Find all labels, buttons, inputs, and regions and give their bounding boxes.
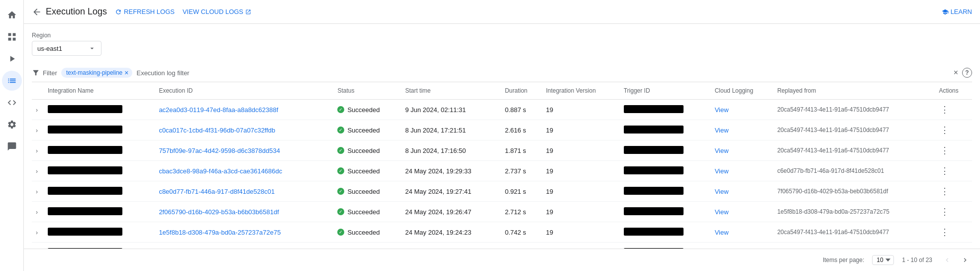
cloud-logging-view-link[interactable]: View bbox=[715, 147, 729, 154]
filter-chip[interactable]: text-masking-pipeline × bbox=[61, 68, 133, 78]
table-row: ›c0ca017c-1cbd-4f31-96db-07a07c32ffdb ✓ … bbox=[32, 120, 972, 140]
region-label: Region bbox=[32, 32, 972, 39]
table-row: ›ac2ea0d3-0119-47ed-8faa-a8a8dc62388f ✓ … bbox=[32, 100, 972, 120]
duration: 1.871 s bbox=[501, 140, 542, 161]
table-row: ›757bf09e-97ac-4d42-9598-d6c3878dd534 ✓ … bbox=[32, 140, 972, 161]
topbar-right: LEARN bbox=[942, 8, 972, 15]
integration-version: 19 bbox=[542, 181, 619, 202]
duration: 2.737 s bbox=[501, 161, 542, 181]
duration: 2.712 s bbox=[501, 202, 542, 222]
topbar: Execution Logs REFRESH LOGS VIEW CLOUD L… bbox=[24, 0, 980, 24]
content-area: Region us-east1 Filter text-masking-pipe… bbox=[24, 24, 980, 249]
status-text: Succeeded bbox=[347, 167, 380, 175]
col-status: Status bbox=[333, 82, 401, 100]
sidebar-icon-help[interactable] bbox=[2, 136, 22, 156]
replayed-from: 20ca5497-f413-4e11-91a6-47510dcb9477 bbox=[773, 222, 935, 243]
status-dot-success: ✓ bbox=[337, 147, 344, 154]
execution-id: cbac3dce8-98a9-f46a-a3cd-cae3614686dc bbox=[159, 167, 282, 175]
help-icon[interactable]: ? bbox=[962, 68, 972, 78]
replayed-from: c6e0d77b-fb71-46a-917d-8f41de528c01 bbox=[773, 161, 935, 181]
execution-id: ac2ea0d3-0119-47ed-8faa-a8a8dc62388f bbox=[159, 106, 278, 114]
start-time: 9 Jun 2024, 02:11:31 bbox=[401, 100, 501, 120]
filter-type-label: Execution log filter bbox=[136, 69, 189, 77]
status-badge: ✓ Succeeded bbox=[337, 188, 397, 195]
sidebar-icon-grid[interactable] bbox=[2, 27, 22, 47]
sidebar-icon-settings[interactable] bbox=[2, 115, 22, 135]
integration-version: 19 bbox=[542, 100, 619, 120]
view-cloud-logs-link[interactable]: VIEW CLOUD LOGS bbox=[183, 8, 251, 15]
col-start-time: Start time bbox=[401, 82, 501, 100]
region-select[interactable]: us-east1 bbox=[32, 41, 101, 56]
duration: 0.921 s bbox=[501, 181, 542, 202]
cloud-logging-view-link[interactable]: View bbox=[715, 208, 729, 216]
main-content: Execution Logs REFRESH LOGS VIEW CLOUD L… bbox=[24, 0, 980, 271]
next-page-button[interactable] bbox=[958, 253, 972, 267]
prev-page-button[interactable] bbox=[940, 253, 954, 267]
cloud-logging-view-link[interactable]: View bbox=[715, 127, 729, 134]
row-actions-button[interactable]: ⋮ bbox=[939, 144, 951, 156]
status-dot-success: ✓ bbox=[337, 188, 344, 195]
row-actions-button[interactable]: ⋮ bbox=[939, 226, 951, 238]
col-cloud-logging: Cloud Logging bbox=[711, 82, 774, 100]
expand-row-button[interactable]: › bbox=[36, 168, 38, 175]
learn-link[interactable]: LEARN bbox=[942, 8, 972, 15]
status-badge: ✓ Succeeded bbox=[337, 229, 397, 236]
duration: 0.742 s bbox=[501, 222, 542, 243]
status-dot-success: ✓ bbox=[337, 167, 344, 174]
integration-name-redacted bbox=[48, 126, 122, 134]
expand-row-button[interactable]: › bbox=[36, 107, 38, 114]
replayed-from: 20ca5497-f413-4e11-91a6-47510dcb9477 bbox=[773, 140, 935, 161]
table-header-row: Integration Name Execution ID Status Sta… bbox=[32, 82, 972, 100]
close-filter-button[interactable]: × bbox=[954, 68, 958, 77]
cloud-logging-view-link[interactable]: View bbox=[715, 167, 729, 175]
integration-version: 19 bbox=[542, 222, 619, 243]
integration-version: 19 bbox=[542, 140, 619, 161]
status-text: Succeeded bbox=[347, 147, 380, 154]
sidebar-icon-list[interactable] bbox=[2, 71, 22, 91]
status-dot-success: ✓ bbox=[337, 208, 344, 215]
expand-row-button[interactable]: › bbox=[36, 127, 38, 134]
items-per-page-select[interactable]: 5 10 25 50 bbox=[872, 255, 894, 265]
integration-name-redacted bbox=[48, 187, 122, 195]
status-text: Succeeded bbox=[347, 188, 380, 195]
row-actions-button[interactable]: ⋮ bbox=[939, 206, 951, 218]
status-badge: ✓ Succeeded bbox=[337, 106, 397, 114]
start-time: 24 May 2024, 19:24:23 bbox=[401, 222, 501, 243]
col-duration: Duration bbox=[501, 82, 542, 100]
sidebar-icon-arrow[interactable] bbox=[2, 49, 22, 69]
row-actions-button[interactable]: ⋮ bbox=[939, 124, 951, 136]
integration-version: 19 bbox=[542, 202, 619, 222]
integration-version: 19 bbox=[542, 161, 619, 181]
row-actions-button[interactable]: ⋮ bbox=[939, 104, 951, 116]
row-actions-button[interactable]: ⋮ bbox=[939, 185, 951, 197]
trigger-id-redacted bbox=[624, 105, 684, 113]
start-time: 24 May 2024, 19:27:41 bbox=[401, 181, 501, 202]
start-time: 24 May 2024, 19:29:33 bbox=[401, 161, 501, 181]
expand-row-button[interactable]: › bbox=[36, 188, 38, 195]
status-dot-success: ✓ bbox=[337, 229, 344, 236]
duration: 4.663 s bbox=[501, 243, 542, 249]
cloud-logging-view-link[interactable]: View bbox=[715, 188, 729, 195]
back-button[interactable] bbox=[32, 7, 42, 17]
pagination-nav bbox=[940, 253, 972, 267]
sidebar-icon-code[interactable] bbox=[2, 93, 22, 113]
status-text: Succeeded bbox=[347, 127, 380, 134]
row-actions-button[interactable]: ⋮ bbox=[939, 165, 951, 177]
replayed-from: 1e5f8b18-d308-479a-bd0a-257237a72c75 bbox=[773, 202, 935, 222]
topbar-actions: REFRESH LOGS VIEW CLOUD LOGS bbox=[115, 8, 251, 15]
expand-row-button[interactable]: › bbox=[36, 209, 38, 216]
status-text: Succeeded bbox=[347, 106, 380, 114]
sidebar bbox=[0, 0, 24, 271]
integration-name-redacted bbox=[48, 207, 122, 215]
refresh-logs-link[interactable]: REFRESH LOGS bbox=[115, 8, 175, 15]
sidebar-icon-home[interactable] bbox=[2, 5, 22, 25]
filter-chip-close[interactable]: × bbox=[124, 69, 128, 76]
col-execution-id: Execution ID bbox=[155, 82, 333, 100]
expand-row-button[interactable]: › bbox=[36, 229, 38, 236]
trigger-id-redacted bbox=[624, 207, 684, 215]
execution-id: 757bf09e-97ac-4d42-9598-d6c3878dd534 bbox=[159, 147, 280, 154]
replayed-from: 20ca5497-f413-4e11-91a6-47510dcb9477 bbox=[773, 120, 935, 140]
cloud-logging-view-link[interactable]: View bbox=[715, 229, 729, 236]
expand-row-button[interactable]: › bbox=[36, 147, 38, 154]
cloud-logging-view-link[interactable]: View bbox=[715, 106, 729, 114]
